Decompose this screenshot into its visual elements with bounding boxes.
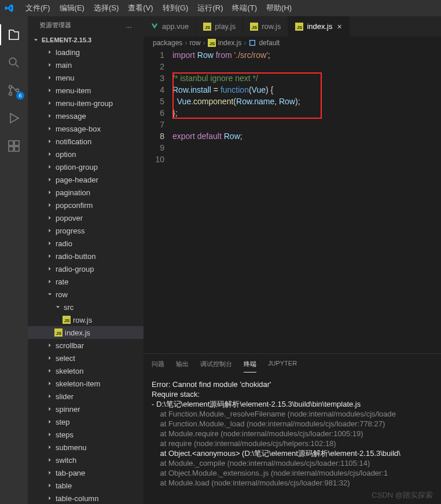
source-control-icon[interactable]: 6 [7, 83, 21, 97]
editor-tab[interactable]: JSplay.js [196, 16, 243, 36]
panel-tab[interactable]: 终端 [244, 357, 256, 372]
breadcrumb-item[interactable]: JSindex.js [208, 39, 242, 47]
breadcrumb-item[interactable]: row [189, 39, 200, 47]
tree-folder[interactable]: switch [28, 454, 144, 466]
tree-folder[interactable]: steps [28, 428, 144, 441]
tree-folder[interactable]: message [28, 109, 144, 122]
tree-folder[interactable]: rate [28, 275, 144, 288]
menu-item[interactable]: 查看(V) [123, 3, 157, 12]
terminal-output[interactable]: Error: Cannot find module 'chokidar'Requ… [144, 372, 441, 504]
project-header[interactable]: ELEMENT-2.15.3 [28, 34, 144, 46]
tree-folder[interactable]: radio [28, 237, 144, 250]
panel-tab[interactable]: 问题 [152, 357, 164, 372]
chevron-right-icon [46, 112, 53, 119]
code-line[interactable] [172, 119, 441, 130]
tree-folder[interactable]: progress [28, 224, 144, 237]
breadcrumbs[interactable]: packages›row›JSindex.js›default [144, 36, 441, 49]
panel-tab[interactable]: 调试控制台 [200, 357, 232, 372]
chevron-down-icon [46, 291, 53, 298]
tree-folder[interactable]: option-group [28, 160, 144, 173]
chevron-right-icon [46, 61, 53, 68]
terminal-line: Error: Cannot find module 'chokidar' [152, 379, 433, 389]
explorer-icon[interactable] [7, 28, 21, 42]
terminal-line: - D:\笔记\element源码解析\element-2.15.3\build… [152, 399, 433, 409]
tree-item-label: step [56, 418, 70, 426]
tree-folder[interactable]: main [28, 59, 144, 71]
chevron-right-icon [46, 163, 53, 170]
tree-folder[interactable]: submenu [28, 441, 144, 454]
tree-folder[interactable]: notification [28, 135, 144, 148]
tree-file[interactable]: JSrow.js [28, 313, 144, 326]
search-icon[interactable] [7, 56, 21, 70]
svg-point-2 [9, 93, 12, 96]
code-line[interactable]: import Row from './src/row'; [172, 49, 441, 61]
breadcrumb-item[interactable]: packages [153, 39, 182, 47]
tree-folder[interactable]: skeleton [28, 364, 144, 377]
tree-folder[interactable]: radio-button [28, 250, 144, 262]
tree-folder[interactable]: option [28, 148, 144, 160]
editor-tab[interactable]: app.vue [144, 16, 196, 36]
tree-folder[interactable]: page-header [28, 173, 144, 186]
code-content[interactable]: import Row from './src/row';/* istanbul … [172, 49, 441, 353]
tree-file[interactable]: JSindex.js [28, 326, 144, 339]
editor-tab[interactable]: JSindex.js× [288, 16, 349, 36]
code-line[interactable] [172, 154, 441, 165]
menu-item[interactable]: 文件(F) [21, 3, 55, 12]
svg-point-1 [9, 86, 12, 89]
tree-folder[interactable]: step [28, 415, 144, 428]
tree-folder[interactable]: slider [28, 390, 144, 403]
line-number: 2 [144, 61, 164, 72]
chevron-right-icon [46, 265, 53, 272]
tree-folder[interactable]: table-column [28, 492, 144, 504]
sidebar-more-icon[interactable]: … [126, 22, 132, 29]
tree-folder[interactable]: select [28, 352, 144, 364]
tree-folder[interactable]: row [28, 288, 144, 301]
editor-tab[interactable]: JSrow.js [243, 16, 288, 36]
breadcrumb-item[interactable]: default [248, 39, 280, 47]
menu-item[interactable]: 编辑(E) [55, 3, 89, 12]
menu-item[interactable]: 运行(R) [193, 3, 227, 12]
panel-tab[interactable]: 输出 [176, 357, 189, 372]
line-number: 10 [144, 154, 164, 165]
tree-folder[interactable]: menu [28, 71, 144, 84]
chevron-right-icon [46, 74, 53, 81]
extensions-icon[interactable] [7, 139, 21, 153]
menu-item[interactable]: 转到(G) [158, 3, 193, 12]
chevron-right-icon [46, 176, 53, 183]
code-line[interactable] [172, 142, 441, 154]
tree-folder[interactable]: message-box [28, 122, 144, 135]
tree-item-label: row.js [73, 316, 92, 324]
tree-folder[interactable]: scrollbar [28, 339, 144, 352]
code-line[interactable]: export default Row; [172, 130, 441, 142]
menu-item[interactable]: 帮助(H) [262, 3, 296, 12]
tree-folder[interactable]: popconfirm [28, 199, 144, 211]
tree-folder[interactable]: skeleton-item [28, 377, 144, 390]
tree-folder[interactable]: pagination [28, 186, 144, 199]
tree-item-label: message-box [56, 125, 101, 133]
run-debug-icon[interactable] [7, 111, 21, 125]
terminal-line: at Function.Module._load (node:internal/… [152, 419, 433, 429]
tree-folder[interactable]: table [28, 479, 144, 492]
menu-item[interactable]: 选择(S) [89, 3, 123, 12]
panel-tab[interactable]: JUPYTER [268, 357, 297, 372]
tree-item-label: switch [56, 456, 76, 465]
code-line[interactable] [172, 61, 441, 72]
tree-folder[interactable]: spinner [28, 403, 144, 415]
line-number: 5 [144, 96, 164, 107]
tree-item-label: option [56, 150, 76, 159]
tree-folder[interactable]: src [28, 301, 144, 313]
tree-folder[interactable]: menu-item [28, 84, 144, 97]
line-number: 8 [144, 130, 164, 142]
tree-folder[interactable]: popover [28, 211, 144, 224]
menu-item[interactable]: 终端(T) [227, 3, 262, 12]
tree-folder[interactable]: loading [28, 46, 144, 59]
chevron-right-icon [46, 380, 53, 387]
tree-folder[interactable]: tab-pane [28, 466, 144, 479]
close-icon[interactable]: × [337, 22, 341, 31]
line-number: 3 [144, 72, 164, 84]
tree-folder[interactable]: radio-group [28, 262, 144, 275]
line-number: 4 [144, 84, 164, 96]
code-editor[interactable]: 12345678910 import Row from './src/row';… [144, 49, 441, 353]
tree-item-label: skeleton [56, 367, 83, 375]
tree-folder[interactable]: menu-item-group [28, 97, 144, 109]
